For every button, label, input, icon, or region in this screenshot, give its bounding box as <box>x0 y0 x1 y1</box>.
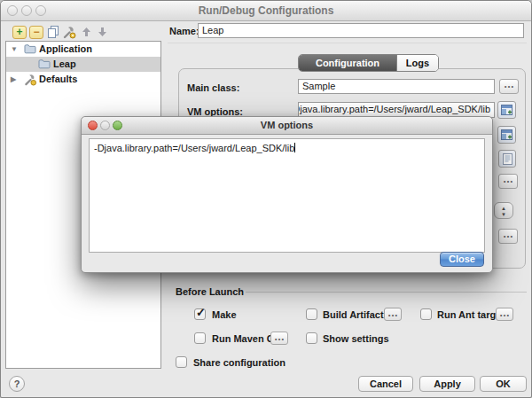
wrench-icon <box>24 74 37 86</box>
remove-configuration-button[interactable]: − <box>29 26 43 39</box>
make-label: Make <box>212 308 237 321</box>
help-button[interactable]: ? <box>9 376 25 392</box>
tree-item-label: Application <box>39 42 92 57</box>
vm-options-dialog: VM options -Djava.library.path=/Users/jw… <box>81 116 493 273</box>
ok-button[interactable]: OK <box>480 376 527 392</box>
make-checkbox[interactable]: ✓ <box>194 308 206 320</box>
show-settings-label: Show settings <box>323 332 389 345</box>
before-launch-title: Before Launch <box>176 286 244 297</box>
vm-options-dialog-title: VM options <box>82 117 492 134</box>
jre-stepper[interactable]: ▲ ▼ <box>494 202 513 219</box>
move-up-button[interactable] <box>79 26 93 39</box>
chevron-right-icon[interactable]: ▶ <box>11 72 16 87</box>
folder-icon <box>24 43 36 54</box>
cancel-button[interactable]: Cancel <box>358 376 413 392</box>
classpath-browse-button[interactable]: … <box>498 229 518 244</box>
name-label: Name: <box>169 26 200 36</box>
copy-configuration-button[interactable] <box>46 26 60 39</box>
ellipsis-icon: … <box>387 307 398 319</box>
environment-variables-browse-button[interactable]: … <box>498 174 518 189</box>
zoom-icon[interactable] <box>113 121 122 130</box>
apply-button[interactable]: Apply <box>419 376 475 392</box>
ellipsis-icon: … <box>274 331 285 343</box>
share-configuration-checkbox[interactable] <box>176 356 187 368</box>
zoom-icon[interactable] <box>35 5 46 16</box>
build-artifacts-browse-button[interactable]: … <box>384 308 402 321</box>
run-debug-configurations-window: Run/Debug Configurations + − ▼ <box>0 0 532 398</box>
tree-item-label: Defaults <box>39 72 77 87</box>
run-ant-target-browse-button[interactable]: … <box>496 308 513 321</box>
minus-icon: − <box>33 26 39 38</box>
working-directory-browse-button[interactable] <box>498 150 516 168</box>
vm-options-value: -Djava.library.path=/Users/jward/Leap_SD… <box>298 104 490 116</box>
chevron-down-icon[interactable]: ▼ <box>11 42 18 57</box>
expand-editor-icon <box>501 105 512 115</box>
tab-logs[interactable]: Logs <box>396 55 438 71</box>
arrow-down-icon <box>98 27 107 37</box>
window-titlebar: Run/Debug Configurations <box>1 1 531 21</box>
ellipsis-icon: … <box>499 307 510 319</box>
run-maven-goal-browse-button[interactable]: … <box>270 332 288 345</box>
plus-icon: + <box>16 26 22 38</box>
minimize-icon[interactable] <box>21 5 32 16</box>
header-separator <box>168 43 527 43</box>
folder-icon <box>38 59 51 69</box>
help-icon: ? <box>14 378 20 389</box>
close-icon[interactable] <box>88 121 98 130</box>
expand-editor-icon <box>501 129 512 140</box>
tree-item-label: Leap <box>53 57 76 72</box>
main-class-label: Main class: <box>187 82 239 93</box>
tree-item-leap[interactable]: Leap <box>6 57 160 72</box>
run-ant-target-label: Run Ant target <box>437 308 505 321</box>
add-configuration-button[interactable]: + <box>12 26 27 39</box>
vm-options-expand-button[interactable] <box>497 101 516 119</box>
vm-options-titlebar: VM options <box>82 117 492 135</box>
ellipsis-icon: … <box>503 228 513 240</box>
text-caret <box>294 143 295 152</box>
stepper-down-icon: ▼ <box>495 212 512 217</box>
close-icon[interactable] <box>7 5 18 16</box>
run-maven-goal-checkbox[interactable] <box>194 332 206 344</box>
close-button[interactable]: Close <box>440 252 484 267</box>
stepper-up-icon: ▲ <box>495 206 512 211</box>
program-arguments-expand-button[interactable] <box>497 126 516 144</box>
share-configuration-label: Share configuration <box>193 356 286 369</box>
name-input[interactable]: Leap <box>198 23 524 38</box>
check-icon: ✓ <box>196 306 206 319</box>
tab-configuration[interactable]: Configuration <box>299 55 396 71</box>
tree-item-defaults[interactable]: ▶ Defaults <box>6 72 160 87</box>
build-artifacts-checkbox[interactable] <box>306 308 317 320</box>
copy-icon <box>47 26 59 38</box>
vm-options-textarea[interactable]: -Djava.library.path=/Users/jward/Leap_SD… <box>89 138 485 253</box>
ellipsis-icon: … <box>503 173 513 185</box>
show-settings-checkbox[interactable] <box>306 332 317 344</box>
minimize-icon <box>100 121 110 130</box>
wrench-icon <box>63 26 76 39</box>
edit-defaults-button[interactable] <box>62 26 76 39</box>
tab-bar: Configuration Logs <box>298 54 439 72</box>
tree-item-application[interactable]: ▼ Application <box>6 42 160 57</box>
move-down-button[interactable] <box>95 26 109 39</box>
before-launch-separator <box>246 292 527 293</box>
document-icon <box>503 153 512 165</box>
arrow-up-icon <box>82 27 91 37</box>
window-title: Run/Debug Configurations <box>1 1 531 20</box>
vm-options-text: -Djava.library.path=/Users/jward/Leap_SD… <box>94 143 294 153</box>
main-class-browse-button[interactable]: … <box>499 79 519 94</box>
run-ant-target-checkbox[interactable] <box>420 308 432 320</box>
main-class-input[interactable]: Sample <box>298 79 495 94</box>
build-artifacts-label: Build Artifacts <box>323 308 389 321</box>
ellipsis-icon: … <box>504 78 514 90</box>
